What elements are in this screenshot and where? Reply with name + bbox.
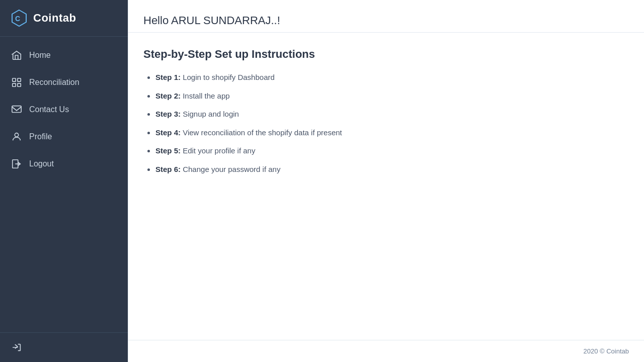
sidebar-item-reconciliation[interactable]: Reconciliation <box>0 69 128 96</box>
sidebar-item-profile[interactable]: Profile <box>0 123 128 150</box>
list-item: Step 5: Edit your profile if any <box>155 145 629 157</box>
sidebar-item-label-logout: Logout <box>29 159 54 168</box>
instructions-title: Step-by-Step Set up Instructions <box>143 48 629 61</box>
sidebar-item-label-contact-us: Contact Us <box>29 105 69 114</box>
step-5-label: Step 5: <box>155 146 181 155</box>
exit-button[interactable] <box>11 342 22 353</box>
step-2-label: Step 2: <box>155 92 181 100</box>
step-4-text: View reconciliation of the shopify data … <box>183 128 342 137</box>
svg-text:C: C <box>15 15 20 23</box>
svg-rect-2 <box>13 78 16 81</box>
step-6-label: Step 6: <box>155 165 181 173</box>
logo-text: Cointab <box>33 12 76 25</box>
exit-icon <box>11 342 22 353</box>
list-item: Step 2: Install the app <box>155 90 629 102</box>
sidebar-item-label-reconciliation: Reconciliation <box>29 78 79 87</box>
svg-rect-3 <box>18 78 21 81</box>
list-item: Step 3: Signup and login <box>155 109 629 120</box>
step-5-text: Edit your profile if any <box>183 146 255 155</box>
sidebar: C Cointab Home Reconciliation <box>0 0 128 362</box>
cointab-logo-icon: C <box>10 9 28 27</box>
svg-point-7 <box>15 133 18 137</box>
copyright-text: 2020 © Cointab <box>583 347 629 355</box>
sidebar-logo[interactable]: C Cointab <box>0 0 128 37</box>
sidebar-item-home[interactable]: Home <box>0 42 128 69</box>
main-header: Hello ARUL SUNDARRAJ..! <box>128 0 644 33</box>
sidebar-item-label-home: Home <box>29 51 51 60</box>
sidebar-item-logout[interactable]: Logout <box>0 150 128 177</box>
sidebar-footer <box>0 332 128 362</box>
user-icon <box>11 131 22 142</box>
sidebar-item-contact-us[interactable]: Contact Us <box>0 96 128 123</box>
page-footer: 2020 © Cointab <box>128 340 644 362</box>
step-3-text: Signup and login <box>183 110 239 118</box>
list-item: Step 1: Login to shopify Dashboard <box>155 72 629 83</box>
list-item: Step 4: View reconciliation of the shopi… <box>155 127 629 139</box>
greeting-text: Hello ARUL SUNDARRAJ..! <box>143 14 629 27</box>
step-1-label: Step 1: <box>155 73 181 81</box>
step-2-text: Install the app <box>183 92 229 100</box>
steps-list: Step 1: Login to shopify Dashboard Step … <box>143 72 629 175</box>
list-item: Step 6: Change your password if any <box>155 164 629 175</box>
sidebar-item-label-profile: Profile <box>29 132 52 141</box>
svg-rect-4 <box>13 83 16 86</box>
sidebar-nav: Home Reconciliation Contact Us <box>0 37 128 332</box>
svg-rect-5 <box>18 83 21 86</box>
message-icon <box>11 104 22 115</box>
svg-rect-6 <box>12 106 21 113</box>
main-content: Hello ARUL SUNDARRAJ..! Step-by-Step Set… <box>128 0 644 362</box>
home-icon <box>11 50 22 61</box>
grid-icon <box>11 77 22 88</box>
step-6-text: Change your password if any <box>183 165 280 173</box>
step-4-label: Step 4: <box>155 128 181 137</box>
logout-icon <box>11 158 22 169</box>
step-3-label: Step 3: <box>155 110 181 118</box>
main-body: Step-by-Step Set up Instructions Step 1:… <box>128 33 644 340</box>
step-1-text: Login to shopify Dashboard <box>183 73 275 81</box>
